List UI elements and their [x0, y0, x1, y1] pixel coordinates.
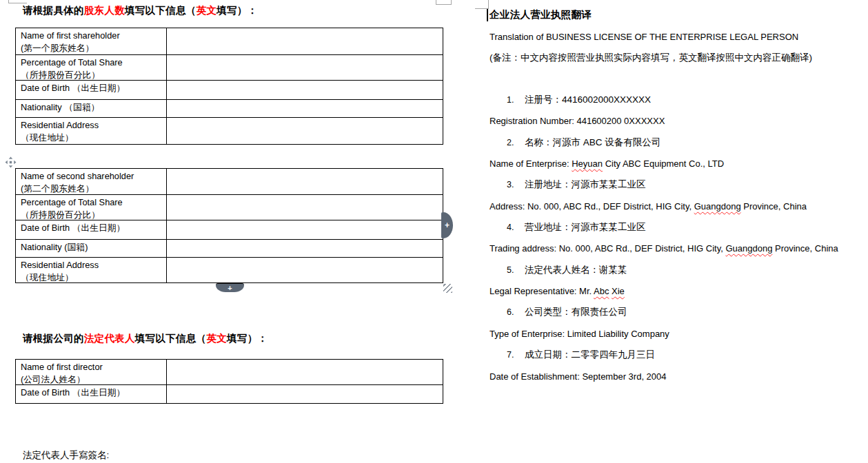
item-4-zh: 4.营业地址：河源市某某工业区 — [507, 222, 646, 233]
en-text: City ABC Equipment Co., LTD — [603, 158, 724, 169]
table-move-handle[interactable] — [5, 156, 17, 168]
item-5-zh: 5.法定代表人姓名：谢某某 — [507, 265, 627, 276]
en-text: Address: No. 000, ABC Rd., DEF District,… — [489, 201, 694, 212]
item-7-zh: 7.成立日期：二零零四年九月三日 — [507, 349, 655, 360]
en-text: Type of Enterprise: Limited Liability Co… — [489, 329, 669, 339]
value-cell[interactable] — [167, 81, 443, 99]
value-cell[interactable] — [167, 240, 443, 257]
doc-note: (备注：中文内容按照营业执照实际内容填写，英文翻译按照中文内容正确翻译) — [489, 52, 812, 63]
table-row: Nationality (国籍) — [16, 240, 443, 258]
value-cell[interactable] — [167, 169, 443, 194]
row-label: Name of second shareholder (第二个股东姓名） — [16, 169, 167, 194]
crop-mark-right-page — [475, 0, 489, 9]
label-en: Name of first director — [21, 361, 163, 373]
director-table: Name of first director (公司法人姓名） Date of … — [15, 359, 443, 404]
legal-rep-heading: 请根据公司的法定代表人填写以下信息（英文填写）： — [23, 332, 268, 345]
heading-red-text: 法定代表人 — [84, 333, 135, 344]
value-cell[interactable] — [167, 195, 443, 220]
item-text-zh: 法定代表人姓名：谢某某 — [525, 265, 627, 275]
en-text: Trading address: No. 000, ABC Rd., DEF D… — [489, 243, 725, 254]
table-row: Nationality （国籍） — [16, 100, 443, 118]
document-canvas: 请根据具体的股东人数填写以下信息（英文填写）： Name of first sh… — [0, 0, 868, 463]
heading-text: 请根据具体的 — [23, 5, 84, 16]
value-cell[interactable] — [167, 28, 443, 54]
doc-title-zh: 企业法人营业执照翻译 — [489, 9, 592, 20]
item-number: 4. — [507, 222, 525, 233]
item-text-zh: 名称：河源市 ABC 设备有限公司 — [525, 137, 660, 147]
en-text: Registration Number: 441600200 0XXXXXX — [489, 116, 665, 126]
misspelled-word: Guangdong — [725, 243, 772, 254]
label-en: Nationality （国籍） — [21, 101, 163, 114]
heading-text: 填写以下信息（ — [125, 5, 196, 16]
heading-red-text: 股东人数 — [84, 5, 125, 16]
item-number: 1. — [507, 94, 525, 105]
heading-text: 填写）： — [216, 5, 257, 16]
item-6-zh: 6.公司类型：有限责任公司 — [507, 307, 627, 318]
item-text-zh: 营业地址：河源市某某工业区 — [525, 222, 646, 232]
table-row: Date of Birth （出生日期） — [16, 81, 443, 100]
item-6-en: Type of Enterprise: Limited Liability Co… — [489, 329, 669, 340]
item-4-en: Trading address: No. 000, ABC Rd., DEF D… — [489, 243, 838, 254]
label-en: Nationality (国籍) — [21, 241, 163, 254]
table-row: Percentage of Total Share （所持股份百分比） — [16, 195, 443, 220]
shareholders-heading: 请根据具体的股东人数填写以下信息（英文填写）： — [23, 4, 257, 17]
value-cell[interactable] — [167, 100, 443, 117]
table-row: Percentage of Total Share （所持股份百分比） — [16, 55, 443, 81]
label-en: Percentage of Total Share — [21, 56, 163, 69]
row-label: Percentage of Total Share （所持股份百分比） — [16, 55, 167, 80]
label-en: Date of Birth （出生日期） — [21, 82, 163, 94]
plus-icon: + — [445, 220, 450, 230]
row-label: Name of first shareholder (第一个股东姓名） — [16, 28, 167, 54]
second-shareholder-table: Name of second shareholder (第二个股东姓名） Per… — [15, 168, 443, 283]
value-cell[interactable] — [167, 360, 443, 384]
item-text-zh: 注册号：4416002000XXXXXX — [525, 94, 651, 105]
item-text-zh: 注册地址：河源市某某工业区 — [525, 179, 646, 189]
insert-column-button[interactable]: + — [441, 212, 453, 238]
en-text: Name of Enterprise: — [489, 158, 572, 169]
row-label: Date of Birth （出生日期） — [16, 385, 167, 403]
item-5-en: Legal Representative: Mr. Abc Xie — [489, 286, 625, 297]
plus-icon: + — [228, 285, 232, 291]
label-en: Percentage of Total Share — [21, 196, 163, 209]
table-row: Residential Address （现住地址） — [16, 258, 443, 282]
signature-label: 法定代表人手寫簽名: — [23, 449, 109, 462]
value-cell[interactable] — [167, 258, 443, 282]
item-number: 5. — [507, 265, 525, 276]
misspelled-word: Xie — [612, 286, 625, 296]
row-label: Residential Address （现住地址） — [16, 258, 167, 282]
crop-mark-top-left — [8, 0, 27, 3]
insert-row-button[interactable]: + — [216, 283, 244, 292]
label-en: Date of Birth （出生日期） — [21, 222, 163, 234]
label-en: Residential Address — [21, 259, 163, 271]
row-label: Name of first director (公司法人姓名） — [16, 360, 167, 384]
label-zh: (第一个股东姓名） — [21, 42, 163, 54]
label-zh: （所持股份百分比） — [21, 69, 163, 81]
item-number: 3. — [507, 179, 525, 190]
doc-title-en: Translation of BUSINESS LICENSE OF THE E… — [489, 32, 798, 43]
row-label: Nationality (国籍) — [16, 240, 167, 257]
row-label: Nationality （国籍） — [16, 100, 167, 117]
label-zh: （现住地址） — [21, 132, 163, 144]
label-en: Name of first shareholder — [21, 30, 163, 42]
table-row: Residential Address （现住地址） — [16, 118, 443, 144]
value-cell[interactable] — [167, 220, 443, 239]
row-label: Residential Address （现住地址） — [16, 118, 167, 144]
heading-text: 请根据公司的 — [23, 333, 84, 344]
en-text: Legal Representative: Mr. — [489, 286, 594, 296]
table-resize-handle[interactable] — [443, 284, 452, 293]
value-cell[interactable] — [167, 118, 443, 144]
item-number: 6. — [507, 307, 525, 318]
move-arrows-icon — [5, 156, 17, 168]
item-3-en: Address: No. 000, ABC Rd., DEF District,… — [489, 201, 807, 212]
item-number: 2. — [507, 137, 525, 148]
item-1-en: Registration Number: 441600200 0XXXXXX — [489, 116, 665, 127]
row-label: Percentage of Total Share （所持股份百分比） — [16, 195, 167, 220]
value-cell[interactable] — [167, 385, 443, 403]
heading-red-text: 英文 — [196, 5, 217, 16]
misspelled-word: Abc — [594, 286, 609, 296]
clipped-box-artifact — [436, 0, 452, 5]
item-2-en: Name of Enterprise: Heyuan City ABC Equi… — [489, 158, 724, 169]
item-2-zh: 2.名称：河源市 ABC 设备有限公司 — [507, 137, 660, 148]
item-1-zh: 1.注册号：4416002000XXXXXX — [507, 94, 651, 105]
value-cell[interactable] — [167, 55, 443, 80]
